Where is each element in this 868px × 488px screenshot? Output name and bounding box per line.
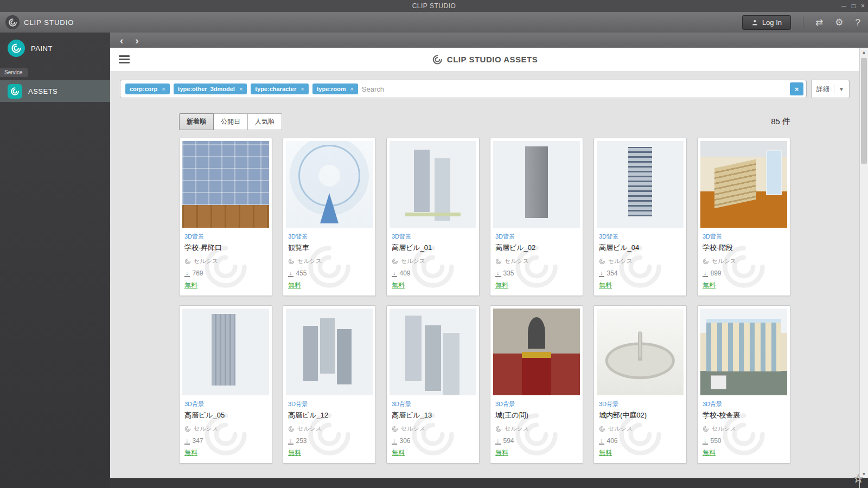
sort-tab[interactable]: 人気順: [247, 113, 282, 130]
tag-remove-icon[interactable]: ×: [301, 86, 304, 92]
asset-info: 3D背景 高層ビル_01 セルシス ↓ 409 無料: [387, 230, 479, 296]
category-link[interactable]: 3D背景: [703, 233, 722, 241]
search-box[interactable]: corp:corp × type:other_3dmodel × type:ch…: [120, 80, 807, 98]
asset-thumbnail: [182, 141, 269, 228]
minimize-button[interactable]: ─: [841, 0, 846, 12]
asset-thumbnail: [390, 309, 476, 395]
asset-title: 高層ビル_01: [392, 243, 474, 253]
category-link[interactable]: 3D背景: [599, 400, 618, 408]
nav-forward-button[interactable]: ›: [135, 35, 138, 46]
chevron-down-icon: ▼: [839, 86, 844, 92]
sort-tab[interactable]: 公開日: [213, 113, 248, 130]
category-link[interactable]: 3D背景: [495, 233, 515, 241]
publisher: セルシス: [703, 257, 785, 265]
favorite-star-icon[interactable]: ☆: [853, 473, 859, 478]
category-link[interactable]: 3D背景: [184, 233, 204, 241]
search-input[interactable]: [362, 85, 786, 93]
login-button[interactable]: Log In: [742, 15, 791, 30]
asset-card[interactable]: 3D背景 高層ビル_01 セルシス ↓ 409 無料 ☆: [386, 138, 480, 296]
asset-card[interactable]: 3D背景 高層ビル_04 セルシス ↓ 354 無料 ☆: [593, 138, 687, 296]
asset-card[interactable]: 3D背景 高層ビル_05 セルシス ↓ 347 無料 ☆: [179, 305, 272, 464]
publisher-logo-icon: [703, 258, 709, 265]
transfer-icon[interactable]: ⇄: [815, 18, 823, 27]
asset-card[interactable]: 3D背景 高層ビル_02 セルシス ↓ 335 無料 ☆: [490, 138, 583, 296]
tag-remove-icon[interactable]: ×: [350, 86, 353, 92]
filter-tag[interactable]: corp:corp ×: [125, 84, 170, 94]
price-label: 無料: [184, 281, 197, 290]
sidebar-item-assets[interactable]: ASSETS: [0, 80, 110, 102]
clear-search-button[interactable]: ×: [790, 82, 803, 95]
search-bar: corp:corp × type:other_3dmodel × type:ch…: [120, 80, 850, 98]
asset-thumbnail: [700, 141, 787, 228]
asset-card[interactable]: 3D背景 学校-校舎裏 セルシス ↓ 550 無料 ☆: [697, 305, 790, 464]
price-label: 無料: [703, 448, 716, 458]
download-icon: ↓: [703, 438, 708, 445]
filter-tag[interactable]: type:other_3dmodel ×: [174, 84, 247, 94]
detail-label: 詳細: [816, 85, 829, 94]
category-link[interactable]: 3D背景: [288, 233, 308, 241]
tag-remove-icon[interactable]: ×: [239, 86, 242, 92]
category-link[interactable]: 3D背景: [184, 400, 204, 408]
publisher: セルシス: [599, 425, 681, 433]
publisher-logo-icon: [703, 426, 709, 432]
downloads: ↓ 594: [495, 437, 578, 445]
download-count: 354: [607, 269, 618, 277]
download-count: 550: [711, 437, 722, 445]
asset-card[interactable]: 3D背景 高層ビル_13 セルシス ↓ 306 無料 ☆: [386, 305, 480, 464]
asset-grid: 3D背景 学校-昇降口 セルシス ↓ 769 無料 ☆ 3D背景: [179, 138, 790, 464]
asset-title: 高層ビル_12: [288, 410, 371, 420]
category-link[interactable]: 3D背景: [392, 400, 411, 408]
download-count: 347: [193, 437, 203, 445]
publisher-name: セルシス: [712, 257, 736, 265]
downloads: ↓ 899: [703, 269, 785, 277]
sort-tab[interactable]: 新着順: [179, 113, 214, 130]
asset-info: 3D背景 学校-校舎裏 セルシス ↓ 550 無料: [698, 398, 790, 463]
asset-card[interactable]: 3D背景 観覧車 セルシス ↓ 455 無料 ☆: [283, 138, 376, 296]
scroll-track[interactable]: [860, 56, 868, 470]
asset-card[interactable]: 3D背景 城(王の間) セルシス ↓ 594 無料 ☆: [490, 305, 583, 464]
asset-card[interactable]: 3D背景 高層ビル_12 セルシス ↓ 253 無料 ☆: [283, 305, 376, 464]
scroll-thumb[interactable]: [861, 58, 867, 164]
price-label: 無料: [288, 448, 301, 458]
asset-info: 3D背景 高層ビル_13 セルシス ↓ 306 無料: [387, 398, 479, 463]
asset-info: 3D背景 学校-昇降口 セルシス ↓ 769 無料: [180, 230, 272, 296]
asset-thumbnail: [700, 309, 787, 395]
downloads: ↓ 354: [599, 269, 681, 277]
publisher: セルシス: [184, 257, 267, 265]
menu-button[interactable]: [119, 55, 130, 63]
publisher-logo-icon: [288, 426, 295, 432]
tag-remove-icon[interactable]: ×: [162, 86, 165, 92]
publisher-logo-icon: [599, 258, 605, 265]
nav-back-button[interactable]: ‹: [120, 35, 123, 46]
downloads: ↓ 455: [288, 269, 371, 277]
category-link[interactable]: 3D背景: [599, 233, 618, 241]
help-icon[interactable]: ?: [856, 18, 860, 27]
results-toolbar: 新着順 公開日 人気順 85 件: [179, 113, 790, 130]
sidebar-item-paint[interactable]: PAINT: [0, 33, 110, 64]
publisher-name: セルシス: [608, 425, 633, 433]
asset-card[interactable]: 3D背景 学校-昇降口 セルシス ↓ 769 無料 ☆: [179, 138, 272, 296]
asset-card[interactable]: 3D背景 学校-階段 セルシス ↓ 899 無料 ☆: [697, 138, 790, 296]
category-link[interactable]: 3D背景: [495, 400, 515, 408]
close-button[interactable]: ×: [861, 0, 865, 12]
downloads: ↓ 306: [392, 437, 474, 445]
maximize-button[interactable]: □: [852, 0, 856, 12]
category-link[interactable]: 3D背景: [392, 233, 411, 241]
sort-tabs: 新着順 公開日 人気順: [179, 113, 282, 130]
download-icon: ↓: [392, 438, 397, 445]
download-icon: ↓: [599, 270, 604, 277]
brand: CLIP STUDIO: [5, 15, 74, 29]
asset-info: 3D背景 城内部(中庭02) セルシス ↓ 406 無料: [594, 398, 686, 463]
asset-thumbnail: [597, 309, 684, 395]
category-link[interactable]: 3D背景: [288, 400, 308, 408]
asset-card[interactable]: 3D背景 城内部(中庭02) セルシス ↓ 406 無料 ☆: [593, 305, 687, 464]
asset-thumbnail: [493, 309, 580, 395]
filter-tag[interactable]: type:room ×: [312, 84, 358, 94]
filter-tag[interactable]: type:character ×: [251, 84, 308, 94]
scroll-up-button[interactable]: ▲: [860, 48, 868, 56]
category-link[interactable]: 3D背景: [703, 400, 722, 408]
detail-button[interactable]: 詳細 ▼: [811, 80, 850, 98]
gear-icon[interactable]: ⚙: [835, 18, 843, 27]
nav-strip: ‹ ›: [110, 33, 859, 48]
download-icon: ↓: [288, 438, 293, 445]
